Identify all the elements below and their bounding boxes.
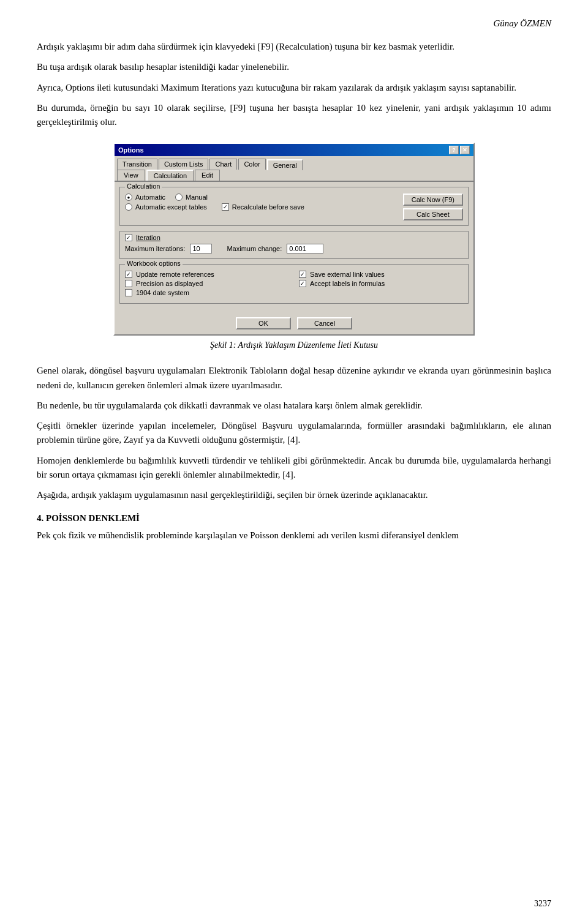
radio-auto-except-label[interactable]: Automatic except tables [125, 203, 207, 211]
checkbox-accept-labels-symbol: ✓ [299, 280, 306, 287]
section-text: Pek çok fizik ve mühendislik probleminde… [37, 528, 551, 543]
max-change-input[interactable] [287, 244, 323, 254]
tab-custom-lists[interactable]: Custom Lists [159, 159, 209, 170]
tab-general[interactable]: General [267, 159, 303, 170]
calc-now-button[interactable]: Calc Now (F9) [403, 194, 463, 206]
radio-manual-text: Manual [186, 194, 208, 201]
paragraph-7: Çeşitli örnekler üzerinde yapılan incele… [37, 419, 551, 448]
workbook-group: Workbook options ✓ Update remote referen… [119, 264, 469, 304]
paragraph-8: Homojen denklemlerde bu bağımlılık kuvve… [37, 454, 551, 483]
paragraph-4: Bu durumda, örneğin bu sayı 10 olarak se… [37, 101, 551, 130]
iteration-label[interactable]: Iteration [136, 234, 160, 241]
subtab-calculation[interactable]: Calculation [146, 170, 194, 181]
checkbox-save-external-symbol: ✓ [299, 271, 306, 278]
ok-button[interactable]: OK [236, 317, 291, 329]
subtab-view[interactable]: View [117, 170, 145, 181]
checkbox-precision-symbol [125, 280, 132, 287]
radio-automatic-text: Automatic [135, 194, 165, 201]
titlebar-buttons: ? ✕ [449, 146, 470, 154]
workbook-col-left: ✓ Update remote references Precision as … [125, 271, 289, 298]
max-change-label: Maximum change: [227, 245, 282, 252]
checkbox-precision-text: Precision as displayed [136, 280, 203, 287]
checkbox-precision-label[interactable]: Precision as displayed [125, 280, 289, 287]
page-number: 3237 [534, 899, 551, 909]
dialog-footer: OK Cancel [115, 314, 473, 334]
max-iterations-input[interactable] [190, 244, 212, 254]
checkbox-accept-labels-label[interactable]: ✓ Accept labels in formulas [299, 280, 463, 287]
tab-color[interactable]: Color [238, 159, 265, 170]
checkbox-accept-labels-text: Accept labels in formulas [310, 280, 385, 287]
radio-manual-label[interactable]: Manual [175, 194, 208, 201]
paragraph-6: Bu nedenle, bu tür uygulamalarda çok dik… [37, 399, 551, 413]
calculation-group: Calculation ● Automatic Manu [119, 187, 469, 226]
checkbox-1904-text: 1904 date system [136, 289, 189, 296]
radio-row-1: ● Automatic Manual [125, 194, 398, 201]
calc-left: ● Automatic Manual [125, 194, 398, 220]
radio-manual-symbol [175, 194, 183, 201]
iteration-check-symbol: ✓ [125, 234, 132, 241]
page-header: Günay ÖZMEN [37, 18, 551, 29]
subtab-edit[interactable]: Edit [195, 170, 220, 181]
iteration-checkbox-row: ✓ Iteration [125, 234, 463, 241]
iter-row: Maximum iterations: Maximum change: [125, 244, 463, 254]
checkbox-1904-label[interactable]: 1904 date system [125, 289, 289, 296]
checkbox-recalc-symbol: ✓ [222, 203, 229, 211]
calc-top: ● Automatic Manual [125, 194, 463, 220]
workbook-rows: ✓ Update remote references Precision as … [125, 271, 463, 298]
calc-right: Calc Now (F9) Calc Sheet [403, 194, 463, 220]
max-iter-label: Maximum iterations: [125, 245, 185, 252]
workbook-content: ✓ Update remote references Precision as … [125, 271, 463, 298]
checkbox-update-symbol: ✓ [125, 271, 132, 278]
dialog-subtabs: View Calculation Edit [115, 170, 473, 182]
paragraph-5: Genel olarak, döngüsel başvuru uygulamal… [37, 364, 551, 393]
checkbox-update-text: Update remote references [136, 271, 214, 278]
checkbox-save-external-text: Save external link values [310, 271, 385, 278]
radio-auto-except-symbol [125, 203, 132, 211]
iteration-group: ✓ Iteration Maximum iterations: Maximum … [119, 231, 469, 259]
checkbox-recalc-label[interactable]: ✓ Recalculate before save [222, 203, 304, 211]
radio-automatic-label[interactable]: ● Automatic [125, 194, 165, 201]
paragraph-9: Aşağıda, ardışık yaklaşım uygulamasının … [37, 488, 551, 502]
dialog-title: Options [118, 146, 144, 154]
checkbox-update-label[interactable]: ✓ Update remote references [125, 271, 289, 278]
checkbox-1904-symbol [125, 289, 132, 296]
close-button[interactable]: ✕ [460, 146, 470, 154]
dialog-body: Calculation ● Automatic Manu [115, 182, 473, 314]
calculation-group-label: Calculation [125, 182, 162, 190]
calc-sheet-button[interactable]: Calc Sheet [403, 208, 463, 220]
dialog-tabs: Transition Custom Lists Chart Color Gene… [115, 156, 473, 170]
radio-auto-except-text: Automatic except tables [135, 203, 207, 211]
tab-chart[interactable]: Chart [209, 159, 237, 170]
workbook-group-label: Workbook options [125, 260, 183, 267]
paragraph-2: Bu tuşa ardışık olarak basılıp hesaplar … [37, 60, 551, 74]
dialog-titlebar: Options ? ✕ [115, 144, 473, 156]
figure-caption: Şekil 1: Ardışık Yaklaşım Düzenleme İlet… [210, 340, 378, 350]
group-content: ● Automatic Manual [125, 194, 463, 220]
checkbox-save-external-label[interactable]: ✓ Save external link values [299, 271, 463, 278]
author-name: Günay ÖZMEN [493, 18, 551, 28]
help-button[interactable]: ? [449, 146, 459, 154]
cancel-button[interactable]: Cancel [297, 317, 352, 329]
paragraph-3: Ayrıca, Options ileti kutusundaki Maximu… [37, 81, 551, 95]
paragraph-1: Ardışık yaklaşımı bir adım daha sürdürme… [37, 40, 551, 54]
radio-row-2: Automatic except tables ✓ Recalculate be… [125, 203, 398, 211]
tab-transition[interactable]: Transition [117, 159, 157, 170]
section-heading: 4. POİSSON DENKLEMİ [37, 513, 551, 524]
options-dialog: Options ? ✕ Transition Custom Lists Char… [113, 143, 475, 336]
figure-container: Options ? ✕ Transition Custom Lists Char… [104, 143, 484, 350]
workbook-col-right: ✓ Save external link values ✓ Accept lab… [299, 271, 463, 298]
checkbox-recalc-text: Recalculate before save [232, 203, 304, 211]
radio-automatic-symbol: ● [125, 194, 132, 201]
